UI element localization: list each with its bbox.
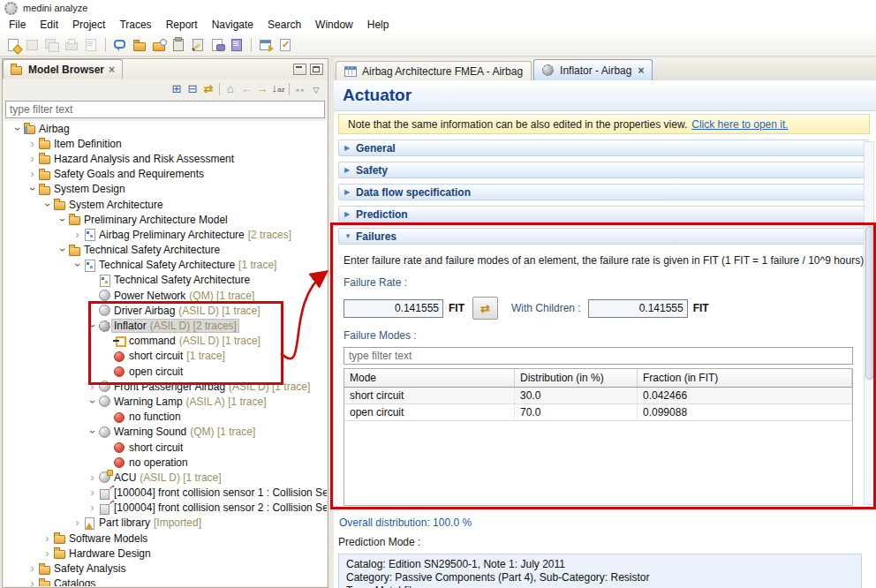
editor-tab-airbag-architecture-fmea-airbag[interactable]: Airbag Architecture FMEA - Airbag	[336, 61, 532, 80]
chevron-collapsed-icon[interactable]	[86, 502, 99, 513]
chevron-collapsed-icon[interactable]	[86, 381, 99, 392]
tree-item-system-architecture[interactable]: System Architecture	[4, 197, 327, 212]
menu-report[interactable]: Report	[159, 17, 205, 33]
close-tab-icon[interactable]	[638, 64, 644, 77]
collapse-all-icon[interactable]	[185, 81, 200, 97]
forward-icon[interactable]	[254, 81, 270, 97]
tree-item-technical-safety-architecture[interactable]: Technical Safety Architecture[1 trace]	[4, 258, 327, 273]
tree-item-safety-analysis[interactable]: Safety Analysis	[4, 561, 327, 576]
view-menu-icon[interactable]	[308, 81, 324, 98]
expand-all-icon[interactable]	[169, 81, 185, 97]
chevron-expanded-icon[interactable]	[86, 396, 99, 407]
chevron-expanded-icon[interactable]	[11, 124, 24, 134]
back-icon[interactable]	[238, 81, 254, 97]
filters-icon[interactable]	[292, 80, 308, 98]
open-properties-link[interactable]: Click here to open it.	[691, 118, 788, 131]
tree-item-warning-lamp[interactable]: Warning Lamp(ASIL A) [1 trace]	[4, 394, 327, 409]
new-wizard-icon[interactable]	[5, 37, 21, 53]
tree-item-no-function[interactable]: no function	[4, 410, 327, 425]
chevron-collapsed-icon[interactable]	[26, 563, 39, 574]
tree-item-power-network[interactable]: Power Network(QM) [1 trace]	[4, 288, 327, 303]
failure-mode-row-short-circuit[interactable]: short circuit30.00.042466	[344, 388, 852, 404]
link-with-editor-icon[interactable]	[200, 81, 216, 97]
tree-item-technical-safety-architecture[interactable]: Technical Safety Architecture	[4, 273, 327, 288]
tree-item-inflator[interactable]: Inflator(ASIL D) [2 traces]	[4, 318, 327, 333]
chevron-collapsed-icon[interactable]	[86, 487, 99, 498]
table-export-icon[interactable]	[258, 37, 274, 53]
open-recent-icon[interactable]	[151, 37, 167, 53]
editor-tab-inflator-airbag[interactable]: Inflator - Airbag	[533, 59, 653, 80]
tree-item-short-circuit[interactable]: short circuit	[4, 440, 327, 455]
tree-item-100004-front-collision-sensor-1-collision-sensor[interactable]: [100004] front collision sensor 1 : Coll…	[4, 486, 327, 501]
edit-model-icon[interactable]	[190, 37, 206, 53]
chevron-collapsed-icon[interactable]	[71, 517, 84, 528]
tree-item-hazard-analysis-and-risk-assessment[interactable]: Hazard Analysis and Risk Assessment	[4, 151, 327, 166]
tree-item-item-definition[interactable]: Item Definition	[4, 136, 327, 151]
column-distribution-in[interactable]: Distribution (in %)	[515, 369, 638, 388]
chevron-collapsed-icon[interactable]	[41, 548, 54, 559]
home-icon[interactable]	[223, 81, 238, 97]
section-data-flow-specification[interactable]: Data flow specification	[338, 184, 869, 200]
tree-item-part-library[interactable]: Part library[Imported]	[4, 516, 327, 531]
menu-project[interactable]: Project	[65, 17, 112, 33]
close-icon[interactable]	[109, 64, 115, 76]
menu-window[interactable]: Window	[308, 17, 360, 33]
chevron-collapsed-icon[interactable]	[26, 154, 39, 164]
menu-traces[interactable]: Traces	[112, 17, 158, 33]
tree-item-preliminary-architecture-model[interactable]: Preliminary Architecture Model	[4, 212, 327, 227]
tree-item-driver-airbag[interactable]: Driver Airbag(ASIL D) [1 trace]	[4, 303, 327, 318]
model-browser-tab[interactable]: Model Browser	[3, 59, 123, 79]
document-list-icon[interactable]	[229, 37, 245, 53]
menu-file[interactable]: File	[2, 17, 33, 33]
chevron-expanded-icon[interactable]	[26, 184, 39, 194]
tree-item-hardware-design[interactable]: Hardware Design	[4, 546, 327, 561]
failure-rate-input[interactable]	[344, 299, 443, 318]
sort-az-icon[interactable]	[270, 80, 286, 98]
tree-item-acu[interactable]: ACU(ASIL D) [1 trace]	[4, 470, 327, 485]
chevron-collapsed-icon[interactable]	[26, 139, 39, 149]
menu-edit[interactable]: Edit	[33, 17, 65, 33]
chevron-expanded-icon[interactable]	[86, 426, 99, 437]
chevron-expanded-icon[interactable]	[56, 245, 69, 255]
menu-help[interactable]: Help	[360, 17, 396, 33]
tree-item-technical-safety-architecture[interactable]: Technical Safety Architecture	[4, 243, 327, 258]
menu-search[interactable]: Search	[261, 17, 308, 33]
with-children-input[interactable]	[588, 299, 688, 318]
tree-item-open-circuit[interactable]: open circuit	[4, 364, 327, 379]
calculate-failure-rate-button[interactable]	[472, 297, 498, 320]
vertical-scrollbar[interactable]	[864, 141, 874, 505]
comment-icon[interactable]	[112, 37, 128, 53]
tree-item-no-operation[interactable]: no operation	[4, 455, 327, 470]
maximize-icon[interactable]	[310, 64, 323, 75]
section-safety[interactable]: Safety	[338, 162, 869, 178]
section-general[interactable]: General	[338, 139, 869, 156]
tree-item-command[interactable]: command(ASIL D) [1 trace]	[4, 334, 327, 349]
tree-item-airbag-preliminary-architecture[interactable]: Airbag Preliminary Architecture[2 traces…	[4, 227, 327, 242]
section-failures[interactable]: Failures	[338, 228, 869, 245]
clipboard-icon[interactable]	[170, 37, 186, 53]
section-prediction[interactable]: Prediction	[338, 206, 869, 222]
menu-navigate[interactable]: Navigate	[205, 17, 261, 33]
tree-item-software-models[interactable]: Software Models	[4, 531, 327, 546]
chevron-expanded-icon[interactable]	[71, 260, 84, 270]
tree-item-warning-sound[interactable]: Warning Sound(QM) [1 trace]	[4, 425, 327, 440]
chevron-collapsed-icon[interactable]	[26, 578, 39, 586]
check-model-icon[interactable]	[209, 37, 225, 53]
checklist-icon[interactable]	[277, 37, 293, 53]
failure-mode-row-open-circuit[interactable]: open circuit70.00.099088	[344, 404, 852, 421]
open-project-icon[interactable]	[132, 37, 147, 53]
tree-item-100004-front-collision-sensor-2-collision-sensor[interactable]: [100004] front collision sensor 2 : Coll…	[4, 501, 327, 516]
chevron-expanded-icon[interactable]	[56, 215, 69, 225]
chevron-expanded-icon[interactable]	[86, 320, 99, 331]
scrollbar-thumb[interactable]	[865, 226, 874, 380]
chevron-collapsed-icon[interactable]	[71, 230, 84, 240]
column-mode[interactable]: Mode	[344, 369, 515, 388]
minimize-icon[interactable]	[293, 64, 306, 75]
tree-item-airbag[interactable]: Airbag	[4, 121, 327, 136]
chevron-collapsed-icon[interactable]	[26, 169, 39, 179]
tree-item-front-passenger-airbag[interactable]: Front Passenger Airbag(ASIL D) [1 trace]	[4, 379, 327, 394]
tree-filter-input[interactable]	[5, 101, 325, 118]
chevron-collapsed-icon[interactable]	[86, 472, 99, 483]
chevron-expanded-icon[interactable]	[41, 200, 54, 210]
tree-item-safety-goals-and-requirements[interactable]: Safety Goals and Requirements	[4, 167, 327, 182]
